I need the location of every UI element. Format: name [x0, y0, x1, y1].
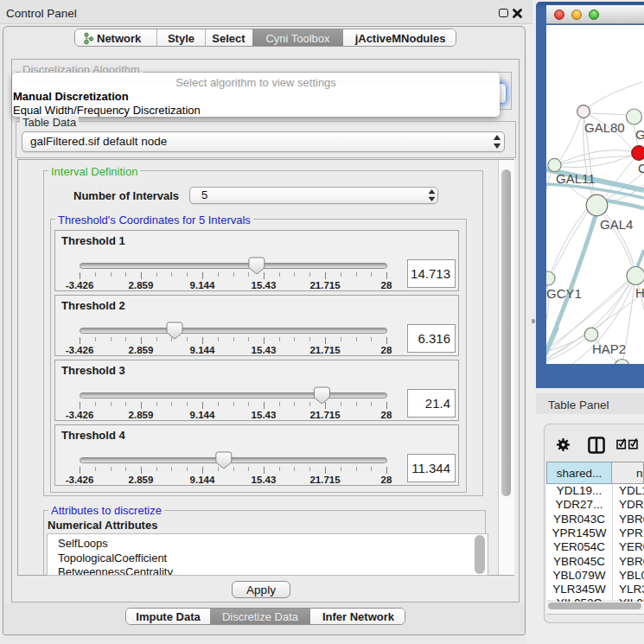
svg-text:GAL4: GAL4: [600, 217, 633, 232]
svg-text:28: 28: [381, 280, 392, 290]
svg-text:15.43: 15.43: [252, 475, 277, 485]
svg-text:28: 28: [381, 475, 392, 485]
svg-text:HAP2: HAP2: [592, 341, 626, 356]
svg-text:2.859: 2.859: [129, 410, 154, 420]
svg-text:15.43: 15.43: [252, 345, 277, 355]
svg-text:GAL3: GAL3: [635, 127, 644, 142]
svg-text:9.144: 9.144: [190, 345, 215, 355]
svg-text:2.859: 2.859: [129, 280, 154, 290]
svg-text:9.144: 9.144: [190, 475, 215, 485]
svg-text:15.43: 15.43: [252, 280, 277, 290]
svg-text:9.144: 9.144: [190, 410, 215, 420]
svg-text:GAL11: GAL11: [556, 171, 596, 186]
svg-text:GAL80: GAL80: [584, 120, 625, 135]
svg-text:HIS4: HIS4: [635, 285, 644, 300]
svg-text:-3.426: -3.426: [66, 345, 94, 355]
svg-text:28: 28: [381, 345, 392, 355]
svg-text:21.715: 21.715: [309, 475, 341, 485]
svg-text:GCY1: GCY1: [546, 286, 582, 301]
svg-text:-3.426: -3.426: [66, 410, 94, 420]
svg-text:28: 28: [381, 410, 392, 420]
svg-text:15.43: 15.43: [252, 410, 277, 420]
svg-text:-3.426: -3.426: [66, 475, 94, 485]
svg-text:21.715: 21.715: [309, 280, 341, 290]
svg-text:21.715: 21.715: [309, 410, 341, 420]
svg-text:9.144: 9.144: [190, 280, 215, 290]
svg-text:2.859: 2.859: [129, 475, 154, 485]
svg-text:21.715: 21.715: [309, 345, 341, 355]
svg-text:2.859: 2.859: [129, 345, 154, 355]
svg-text:-3.426: -3.426: [66, 280, 94, 290]
svg-text:CDC2: CDC2: [638, 161, 644, 175]
